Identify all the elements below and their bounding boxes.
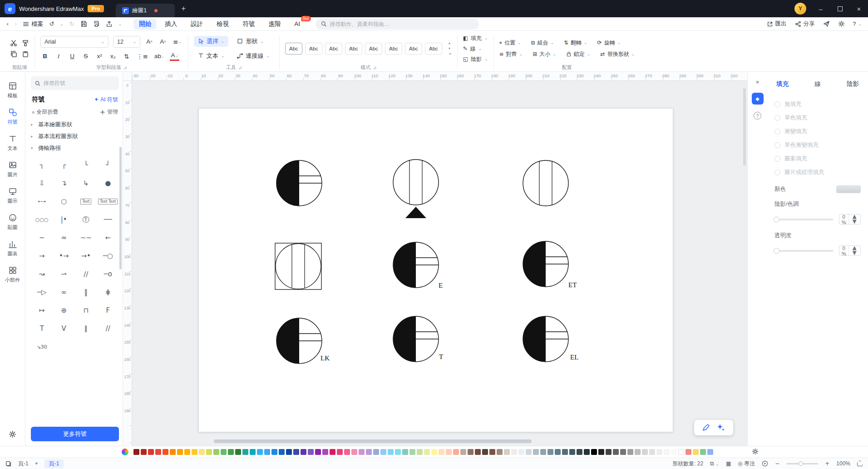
symbol-label[interactable]: ET — [568, 281, 577, 289]
color-swatch[interactable] — [700, 449, 706, 455]
library-symbol[interactable]: ─o — [97, 265, 119, 283]
color-swatch[interactable] — [577, 449, 582, 455]
color-swatch[interactable] — [540, 449, 546, 455]
color-swatch[interactable] — [337, 449, 343, 455]
opacity-steppers[interactable]: ▲▼ — [848, 246, 861, 255]
library-symbol[interactable]: ‖ — [75, 283, 97, 301]
font-family-select[interactable]: Arial⌄ — [40, 36, 108, 48]
fill-option-單色漸變填充[interactable]: 單色漸變填充 — [774, 138, 861, 152]
symbol-circle-vlines[interactable] — [522, 160, 569, 208]
color-swatch[interactable] — [526, 449, 532, 455]
color-swatch[interactable] — [301, 449, 306, 455]
position-button[interactable]: ⌖位置⌄ — [499, 39, 521, 47]
forward-button[interactable]: › — [15, 20, 17, 27]
italic-button[interactable]: I — [54, 51, 63, 61]
symbol-label[interactable]: LK — [321, 354, 330, 362]
color-swatch[interactable] — [613, 449, 619, 455]
library-symbol[interactable]: Text — [75, 192, 97, 210]
rail-item-charts[interactable]: 圖表 — [1, 235, 25, 261]
color-swatch[interactable] — [504, 449, 510, 455]
add-page-button[interactable]: + — [35, 460, 38, 467]
increase-font-icon[interactable]: A˄ — [145, 37, 154, 47]
color-swatch[interactable] — [366, 449, 372, 455]
symbol-circle-half-lines[interactable] — [276, 317, 323, 366]
menu-tab-開始[interactable]: 開始 — [133, 19, 157, 30]
library-symbol[interactable]: Ⓣ — [75, 210, 97, 229]
color-swatch[interactable] — [271, 449, 277, 455]
flip-button[interactable]: ⇅翻轉⌄ — [564, 39, 587, 47]
color-swatch[interactable] — [235, 449, 241, 455]
toolbar-more-dropdown[interactable]: ⌄ — [118, 22, 122, 26]
color-swatch[interactable] — [518, 449, 524, 455]
tab-line[interactable]: 線 — [814, 80, 821, 88]
color-swatch[interactable] — [315, 449, 321, 455]
symbol-label[interactable]: E — [439, 282, 443, 289]
color-swatch[interactable] — [184, 449, 190, 455]
shade-slider-knob[interactable] — [774, 216, 779, 222]
category-basic-drawing[interactable]: ▸基本繪圖形狀 — [31, 119, 119, 130]
font-dialog-launcher-icon[interactable]: ◿ — [124, 65, 127, 70]
color-swatch[interactable] — [656, 449, 662, 455]
symbol-circle-half-lines[interactable] — [522, 240, 569, 289]
gallery-down-icon[interactable]: ▾ — [449, 46, 452, 50]
paste-icon[interactable] — [22, 50, 29, 58]
library-symbol[interactable]: ≈ — [53, 229, 75, 247]
tools-dialog-launcher-icon[interactable]: ◿ — [239, 65, 242, 70]
select-tool-button[interactable]: 選擇⌄ — [194, 36, 229, 47]
color-swatch[interactable] — [417, 449, 423, 455]
style-preset[interactable]: Abc — [385, 43, 402, 55]
copy-icon[interactable] — [10, 50, 17, 58]
library-symbol[interactable]: T — [31, 319, 53, 338]
library-symbol[interactable]: ─○ — [97, 247, 119, 265]
color-swatch[interactable] — [228, 449, 234, 455]
library-symbol[interactable]: ∥ — [75, 319, 97, 338]
color-swatch[interactable] — [395, 449, 401, 455]
symbol-label[interactable]: EL — [570, 354, 578, 361]
horizontal-scrollbar[interactable] — [214, 439, 532, 443]
color-swatch[interactable] — [221, 449, 227, 455]
color-swatch[interactable] — [199, 449, 205, 455]
color-swatch[interactable] — [141, 449, 147, 455]
vertical-scrollbar[interactable] — [743, 88, 746, 165]
line-quick-button[interactable]: ✎線⌄ — [463, 44, 488, 53]
gear-icon[interactable] — [838, 20, 845, 27]
color-swatch[interactable] — [163, 449, 168, 455]
color-swatch[interactable] — [678, 449, 684, 455]
color-swatch[interactable] — [606, 449, 612, 455]
rotate-button[interactable]: ⟳旋轉⌄ — [597, 39, 621, 47]
fill-quick-button[interactable]: ◧填充⌄ — [463, 34, 488, 43]
color-swatch[interactable] — [482, 449, 488, 455]
library-symbol[interactable]: •─• — [31, 192, 53, 210]
shade-slider[interactable] — [774, 219, 833, 220]
manage-button[interactable]: 管理 — [100, 108, 118, 116]
undo-dropdown[interactable]: ⌄ — [60, 22, 64, 26]
library-symbol[interactable]: ~ — [31, 229, 53, 247]
shade-steppers[interactable]: ▲▼ — [848, 215, 861, 224]
group-button[interactable]: ⧉組合⌄ — [531, 39, 554, 47]
replace-shape-button[interactable]: ⇄替換形狀⌄ — [600, 50, 635, 58]
font-color-button[interactable]: A⌄ — [170, 52, 179, 61]
tab-fill[interactable]: 填充 — [776, 80, 789, 88]
zoom-slider-knob[interactable] — [799, 461, 803, 466]
library-symbol[interactable]: Text Text — [97, 192, 119, 210]
symbol-search-input[interactable] — [44, 80, 115, 86]
color-swatch[interactable] — [489, 449, 495, 455]
color-swatch[interactable] — [635, 449, 641, 455]
back-button[interactable]: ‹ — [6, 20, 9, 27]
color-swatch[interactable] — [511, 449, 517, 455]
rail-item-text[interactable]: 文本 — [1, 130, 25, 155]
bold-button[interactable]: B — [40, 51, 49, 61]
collapse-all-button[interactable]: ∧全部折疊 — [32, 108, 59, 116]
color-swatch[interactable] — [686, 449, 691, 455]
global-search[interactable] — [316, 19, 479, 30]
format-painter-icon[interactable] — [22, 40, 29, 47]
export-button[interactable]: 匯出 — [767, 20, 787, 28]
color-swatch[interactable] — [555, 449, 561, 455]
color-swatch[interactable] — [133, 449, 139, 455]
color-swatch[interactable] — [388, 449, 394, 455]
color-swatch[interactable] — [598, 449, 604, 455]
color-swatch[interactable] — [468, 449, 473, 455]
symbol-circle-half-lines[interactable] — [392, 315, 439, 364]
color-swatch[interactable] — [533, 449, 539, 455]
share-button[interactable]: 分享 — [795, 20, 815, 28]
